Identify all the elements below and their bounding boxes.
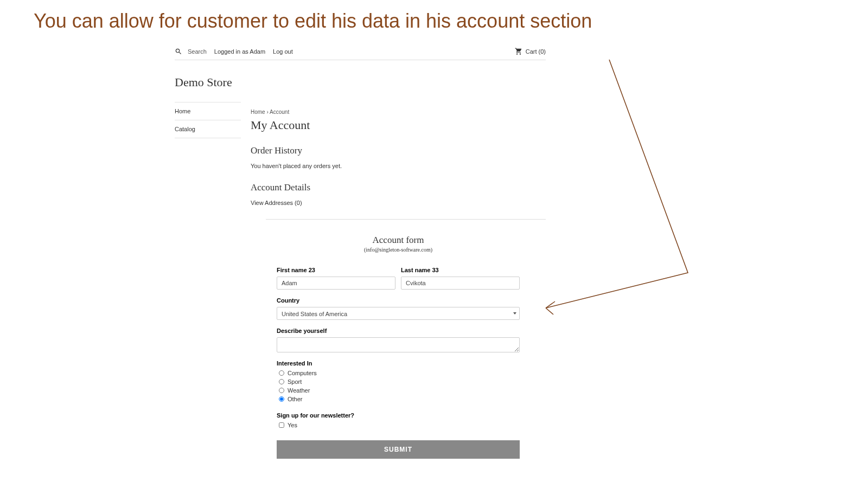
radio-input-computers[interactable] xyxy=(279,370,284,376)
account-details-title: Account Details xyxy=(251,182,546,193)
breadcrumb-current: Account xyxy=(270,109,289,115)
country-label: Country xyxy=(277,297,520,304)
radio-sport[interactable]: Sport xyxy=(279,378,520,385)
last-name-group: Last name 33 xyxy=(401,267,520,290)
describe-group: Describe yourself xyxy=(277,328,520,352)
first-name-label: First name 23 xyxy=(277,267,395,273)
country-value: United States of America xyxy=(277,307,520,320)
interested-group: Interested In Computers Sport Weather xyxy=(277,360,520,404)
describe-textarea[interactable] xyxy=(277,337,520,352)
logout-link[interactable]: Log out xyxy=(273,48,293,55)
order-history-text: You haven't placed any orders yet. xyxy=(251,163,546,169)
page-title: My Account xyxy=(251,118,546,132)
breadcrumb-home[interactable]: Home xyxy=(251,109,265,115)
top-bar-left: Search Logged in as Adam Log out xyxy=(175,48,293,55)
newsletter-group: Sign up for our newsletter? Yes xyxy=(277,412,520,431)
search-icon xyxy=(175,48,182,55)
describe-label: Describe yourself xyxy=(277,328,520,334)
logged-in-text[interactable]: Logged in as Adam xyxy=(214,48,265,55)
search-label: Search xyxy=(188,48,207,55)
radio-input-weather[interactable] xyxy=(279,388,284,393)
divider xyxy=(266,219,546,220)
side-nav: Home Catalog xyxy=(175,102,241,459)
last-name-label: Last name 33 xyxy=(401,267,520,273)
form-subtitle: (info@singleton-software.com) xyxy=(251,247,546,253)
radio-other[interactable]: Other xyxy=(279,396,520,402)
cart-icon xyxy=(515,48,522,55)
check-newsletter-yes[interactable]: Yes xyxy=(279,422,520,428)
columns: Home Catalog Home › Account My Account O… xyxy=(175,102,546,459)
main-column: Home › Account My Account Order History … xyxy=(251,102,546,459)
interested-label: Interested In xyxy=(277,360,520,367)
newsletter-check-list: Yes xyxy=(277,422,520,431)
interested-radio-list: Computers Sport Weather Other xyxy=(277,370,520,404)
check-label-newsletter: Yes xyxy=(288,422,297,428)
radio-computers[interactable]: Computers xyxy=(279,370,520,376)
country-group: Country United States of America xyxy=(277,297,520,320)
newsletter-label: Sign up for our newsletter? xyxy=(277,412,520,419)
first-name-input[interactable] xyxy=(277,277,395,290)
cart-link[interactable]: Cart (0) xyxy=(515,48,546,55)
sidebar-item-catalog[interactable]: Catalog xyxy=(175,120,241,138)
form-title: Account form xyxy=(251,235,546,246)
order-history-title: Order History xyxy=(251,145,546,156)
check-input-newsletter[interactable] xyxy=(279,422,284,428)
radio-label-computers: Computers xyxy=(288,370,317,376)
name-row: First name 23 Last name 33 xyxy=(277,267,520,290)
first-name-group: First name 23 xyxy=(277,267,395,290)
country-select[interactable]: United States of America xyxy=(277,307,520,320)
cart-text: Cart (0) xyxy=(526,48,546,55)
radio-label-weather: Weather xyxy=(288,387,310,394)
store-container: Search Logged in as Adam Log out Cart (0… xyxy=(175,43,546,459)
radio-input-other[interactable] xyxy=(279,396,284,402)
radio-input-sport[interactable] xyxy=(279,379,284,384)
search-link[interactable]: Search xyxy=(175,48,207,55)
last-name-input[interactable] xyxy=(401,277,520,290)
sidebar-item-home[interactable]: Home xyxy=(175,102,241,120)
radio-label-sport: Sport xyxy=(288,378,302,385)
radio-label-other: Other xyxy=(288,396,303,402)
chevron-down-icon xyxy=(513,312,516,314)
view-addresses-link[interactable]: View Addresses (0) xyxy=(251,200,546,206)
annotation-arrow xyxy=(541,59,693,319)
account-form: First name 23 Last name 33 Country Unite… xyxy=(251,267,546,459)
store-title[interactable]: Demo Store xyxy=(175,75,546,89)
breadcrumb-sep: › xyxy=(266,109,268,115)
submit-button[interactable]: SUBMIT xyxy=(277,440,520,459)
page-headline: You can allow for customer to edit his d… xyxy=(34,10,592,33)
breadcrumb: Home › Account xyxy=(251,109,546,115)
radio-weather[interactable]: Weather xyxy=(279,387,520,394)
top-bar: Search Logged in as Adam Log out Cart (0… xyxy=(175,43,546,60)
